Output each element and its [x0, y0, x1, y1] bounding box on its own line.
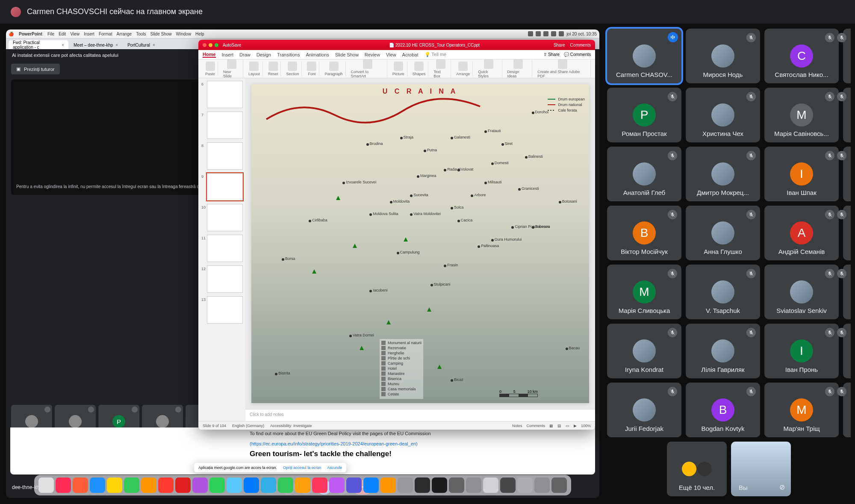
dock-app[interactable]: [227, 477, 242, 493]
dock-app[interactable]: [415, 477, 430, 493]
dock-app[interactable]: [278, 477, 293, 493]
self-tile[interactable]: Вы⊘: [731, 442, 791, 496]
ribbon-tab-draw[interactable]: Draw: [239, 52, 251, 57]
dock-app[interactable]: [107, 477, 122, 493]
hide-popup-button[interactable]: Ascunde: [327, 466, 342, 470]
slide-thumb-9[interactable]: 9: [207, 173, 243, 200]
slide-thumbnails[interactable]: 678910111213: [198, 78, 245, 421]
dock-app[interactable]: [295, 477, 310, 493]
language-indicator[interactable]: English (Germany): [232, 424, 264, 428]
participant-tile[interactable]: Carmen CHASOV...: [607, 29, 681, 83]
browser-tab[interactable]: Meet – dee-thne-khp×: [69, 40, 122, 50]
browser-tab[interactable]: PortCultural×: [123, 40, 159, 50]
view-reading-icon[interactable]: ▭: [566, 424, 569, 428]
app-name[interactable]: PowerPoint: [19, 32, 42, 36]
menu-tools[interactable]: Tools: [136, 32, 146, 36]
dock-app[interactable]: [175, 477, 191, 493]
dock-app[interactable]: [312, 477, 327, 493]
close-dot[interactable]: [203, 43, 206, 47]
participant-tile[interactable]: Христина Чех: [686, 88, 760, 142]
participant-tile[interactable]: ММарія Савіновсь...: [764, 88, 839, 142]
tool-create-and-share-adobe-pdf[interactable]: Create and Share Adobe PDF: [535, 59, 591, 78]
dock-app[interactable]: [56, 477, 71, 493]
ribbon-tab-design[interactable]: Design: [256, 52, 271, 57]
ribbon-tab-animations[interactable]: Animations: [306, 52, 329, 57]
participant-tile[interactable]: Sviatoslav Senkiv: [764, 265, 839, 319]
participant-tile[interactable]: Мирося Нодь: [686, 29, 760, 83]
close-tab-icon[interactable]: ×: [153, 43, 155, 47]
tool-font[interactable]: Font: [304, 62, 319, 76]
dock-app[interactable]: [158, 477, 174, 493]
dock-app[interactable]: [551, 477, 567, 493]
tool-paragraph[interactable]: Paragraph: [322, 62, 345, 76]
participant-tile[interactable]: Анна Глушко: [686, 206, 760, 260]
dock-app[interactable]: [363, 477, 379, 493]
dock-app[interactable]: [329, 477, 345, 493]
ribbon-tab-transitions[interactable]: Transitions: [277, 52, 300, 57]
ribbon-tab-view[interactable]: View: [386, 52, 396, 57]
dock-app[interactable]: [192, 477, 208, 493]
slide-thumb-13[interactable]: 13: [207, 296, 243, 324]
tool-design-ideas[interactable]: Design Ideas: [505, 59, 533, 78]
menu-help[interactable]: Help: [195, 32, 204, 36]
tool-quick-styles[interactable]: Quick Styles: [475, 59, 502, 78]
participant-tile[interactable]: [843, 29, 851, 83]
dock-app[interactable]: [466, 477, 481, 493]
zoom-level[interactable]: 100%: [581, 424, 591, 428]
notes-pane[interactable]: Click to add notes: [245, 409, 595, 421]
tool-paste[interactable]: Paste: [203, 62, 218, 76]
menu-slide show[interactable]: Slide Show: [150, 32, 172, 36]
view-slideshow-icon[interactable]: ▶: [574, 424, 577, 428]
participant-tile[interactable]: [843, 206, 851, 260]
participant-tile[interactable]: Iryna Kondrat: [607, 324, 681, 378]
browser-tab[interactable]: Fwd: Practical application - c×: [9, 40, 68, 50]
participant-tile[interactable]: [843, 383, 851, 437]
slide-thumb-12[interactable]: 12: [207, 265, 243, 293]
tool-layout[interactable]: Layout: [246, 62, 263, 76]
dock-app[interactable]: [209, 477, 225, 493]
dock-app[interactable]: [432, 477, 447, 493]
participant-tile[interactable]: ВВіктор Мосійчук: [607, 206, 681, 260]
close-tab-icon[interactable]: ×: [115, 43, 118, 47]
menu-file[interactable]: File: [47, 32, 54, 36]
dock-app[interactable]: [449, 477, 464, 493]
current-slide[interactable]: U C R A I N A Drum europeanDrum national…: [251, 84, 589, 403]
participant-tile[interactable]: [843, 324, 851, 378]
participant-tile[interactable]: V. Tsapchuk: [686, 265, 760, 319]
menu-insert[interactable]: Insert: [84, 32, 94, 36]
participant-tile[interactable]: Анатолій Глеб: [607, 147, 681, 201]
tool-shapes[interactable]: Shapes: [410, 62, 429, 76]
participant-tile[interactable]: ІІван Пронь: [764, 324, 839, 378]
dock-app[interactable]: [244, 477, 259, 493]
dock-app[interactable]: [346, 477, 362, 493]
participant-tile[interactable]: ММарія Сливоцька: [607, 265, 681, 319]
slide-thumb-6[interactable]: 6: [207, 81, 243, 108]
view-sorter-icon[interactable]: ▤: [557, 424, 561, 428]
comments-toggle[interactable]: Comments: [526, 424, 545, 428]
dock-app[interactable]: [483, 477, 498, 493]
tool-reset[interactable]: Reset: [265, 62, 281, 76]
stop-sharing-button[interactable]: Opriți accesul la ecran: [283, 466, 321, 470]
participant-tile[interactable]: Дмитро Мокрец...: [686, 147, 760, 201]
comments-button[interactable]: Comments: [570, 43, 591, 47]
dock-app[interactable]: [517, 477, 533, 493]
dock-app[interactable]: [90, 477, 105, 493]
ribbon-tab-acrobat[interactable]: Acrobat: [402, 52, 419, 57]
tool-section[interactable]: Section: [283, 62, 302, 76]
max-dot[interactable]: [215, 43, 218, 47]
ribbon-tab-insert[interactable]: Insert: [222, 52, 234, 57]
participant-tile[interactable]: [843, 88, 851, 142]
tool-picture[interactable]: Picture: [390, 62, 407, 76]
slide-thumb-11[interactable]: 11: [207, 235, 243, 262]
self-pin-icon[interactable]: ⊘: [779, 483, 785, 491]
mac-dock[interactable]: [34, 475, 571, 495]
dock-app[interactable]: [261, 477, 276, 493]
participant-tile[interactable]: Лілія Гавриляк: [686, 324, 760, 378]
participant-tile[interactable]: РРоман Простак: [607, 88, 681, 142]
menu-format[interactable]: Format: [99, 32, 112, 36]
menu-edit[interactable]: Edit: [59, 32, 66, 36]
tool-text-box[interactable]: Text Box: [431, 59, 451, 78]
menu-view[interactable]: View: [70, 32, 80, 36]
background-link[interactable]: (https://ec.europa.eu/info/strategy/prio…: [10, 438, 595, 448]
present-pill[interactable]: ▣ Prezinți tuturor: [11, 64, 60, 74]
